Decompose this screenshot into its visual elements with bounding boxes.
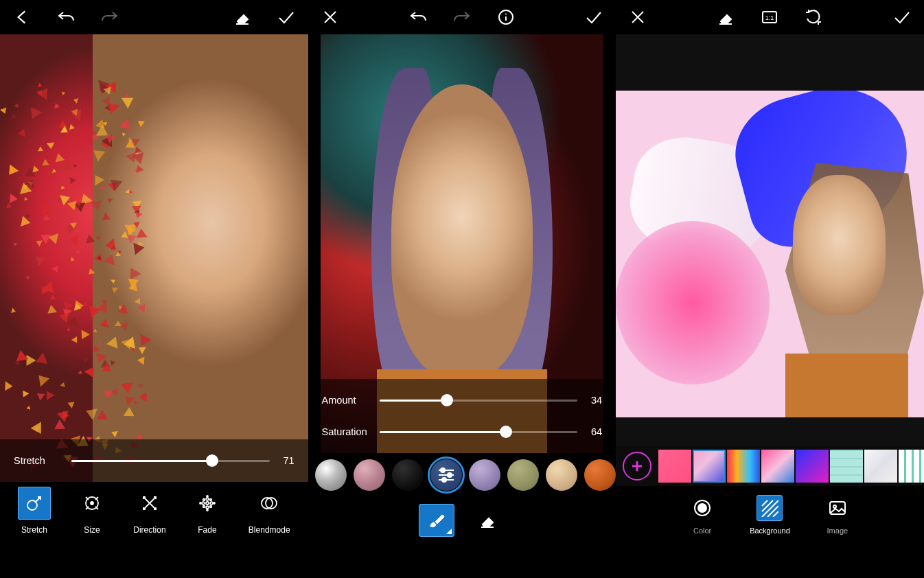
slider-value: 71 bbox=[279, 455, 294, 466]
slider-label: Amount bbox=[322, 395, 370, 406]
canvas[interactable] bbox=[616, 34, 924, 446]
eraser-icon[interactable] bbox=[233, 8, 252, 27]
undo-icon[interactable] bbox=[56, 8, 76, 27]
color-icon bbox=[689, 495, 715, 521]
swatch-copper[interactable] bbox=[584, 459, 616, 491]
tool-fade[interactable]: Fade bbox=[188, 484, 227, 537]
svg-point-4 bbox=[202, 502, 205, 505]
back-icon[interactable] bbox=[12, 8, 32, 27]
bg-thumb-mint-stripes[interactable] bbox=[899, 450, 924, 483]
screen-dispersion: Stretch 71 Stretch Size bbox=[0, 0, 308, 578]
svg-point-7 bbox=[206, 506, 209, 509]
tool-size[interactable]: Size bbox=[73, 484, 111, 537]
svg-point-26 bbox=[697, 503, 707, 513]
bg-thumb-pink-blue-paint[interactable] bbox=[761, 450, 794, 483]
svg-point-21 bbox=[448, 473, 452, 477]
slider-label: Stretch bbox=[14, 455, 62, 466]
tool-stretch[interactable]: Stretch bbox=[15, 484, 54, 537]
eraser-icon[interactable] bbox=[716, 8, 735, 27]
option-color[interactable]: Color bbox=[689, 495, 715, 535]
stretch-icon bbox=[18, 487, 51, 520]
slider-value: 64 bbox=[587, 426, 602, 437]
svg-point-8 bbox=[203, 499, 205, 501]
apply-icon[interactable] bbox=[584, 8, 603, 27]
svg-point-20 bbox=[441, 468, 445, 472]
swatch-olive[interactable] bbox=[507, 459, 539, 491]
svg-point-19 bbox=[505, 14, 507, 15]
svg-point-12 bbox=[200, 502, 201, 504]
svg-point-3 bbox=[206, 502, 209, 505]
fade-icon bbox=[191, 487, 224, 520]
bg-thumb-white-marble[interactable] bbox=[864, 450, 897, 483]
swatch-blonde[interactable] bbox=[546, 459, 577, 491]
background-option-row: Color Background Image bbox=[616, 486, 924, 544]
option-image[interactable]: Image bbox=[824, 495, 851, 535]
topbar bbox=[308, 0, 616, 34]
brush-erase-row bbox=[308, 497, 616, 544]
blendmode-icon bbox=[253, 487, 286, 520]
saturation-slider[interactable]: Saturation 64 bbox=[322, 420, 603, 443]
screen-hair-color: Amount 34 Saturation 64 bbox=[308, 0, 616, 578]
info-icon[interactable] bbox=[496, 8, 516, 27]
swatch-lilac[interactable] bbox=[469, 459, 500, 491]
stretch-slider-panel: Stretch 71 bbox=[0, 439, 308, 482]
slider-value: 34 bbox=[587, 395, 602, 406]
tool-direction[interactable]: Direction bbox=[130, 484, 169, 537]
close-icon[interactable] bbox=[628, 8, 647, 27]
svg-point-11 bbox=[210, 506, 212, 508]
reset-icon[interactable] bbox=[804, 8, 823, 27]
bg-thumb-blue-magenta[interactable] bbox=[796, 450, 829, 483]
topbar bbox=[0, 0, 308, 34]
bg-thumb-rainbow-splash[interactable] bbox=[727, 450, 760, 483]
option-label: Image bbox=[827, 527, 848, 535]
aspect-ratio-icon[interactable]: 1:1 bbox=[760, 8, 779, 27]
canvas[interactable]: Stretch 71 bbox=[0, 34, 308, 482]
svg-point-2 bbox=[91, 502, 93, 505]
background-icon bbox=[756, 495, 783, 521]
tool-label: Direction bbox=[133, 525, 165, 535]
svg-point-15 bbox=[207, 509, 208, 511]
bg-thumb-pink-banana[interactable] bbox=[658, 450, 691, 483]
topbar: 1:1 bbox=[616, 0, 924, 34]
tool-label: Size bbox=[84, 525, 100, 535]
undo-icon[interactable] bbox=[408, 8, 428, 27]
brush-button[interactable] bbox=[419, 504, 454, 537]
bg-thumb-mint-watermelon[interactable] bbox=[830, 450, 863, 483]
redo-icon[interactable] bbox=[100, 8, 119, 27]
tool-label: Blendmode bbox=[249, 525, 290, 535]
swatch-custom[interactable] bbox=[430, 459, 462, 491]
svg-point-9 bbox=[210, 499, 212, 501]
svg-text:1:1: 1:1 bbox=[765, 14, 774, 21]
option-background[interactable]: Background bbox=[750, 495, 790, 535]
swatch-silver[interactable] bbox=[315, 459, 347, 491]
swatch-black[interactable] bbox=[392, 459, 424, 491]
apply-icon[interactable] bbox=[277, 8, 296, 27]
option-label: Background bbox=[750, 527, 790, 535]
option-label: Color bbox=[693, 527, 711, 535]
image-icon bbox=[824, 495, 851, 521]
tool-blendmode[interactable]: Blendmode bbox=[246, 484, 293, 537]
bg-thumb-paint-brush-pink-blue[interactable] bbox=[693, 450, 726, 483]
effect-tool-row: Stretch Size Direction Fade bbox=[0, 482, 308, 544]
amount-slider[interactable]: Amount 34 bbox=[322, 389, 603, 412]
svg-point-6 bbox=[206, 498, 209, 500]
svg-point-22 bbox=[442, 478, 446, 482]
svg-point-28 bbox=[833, 505, 836, 508]
screen-background: 1:1 bbox=[616, 0, 924, 578]
apply-icon[interactable] bbox=[892, 8, 912, 27]
tool-label: Fade bbox=[198, 525, 216, 535]
erase-button[interactable] bbox=[470, 504, 505, 537]
redo-icon[interactable] bbox=[452, 8, 472, 27]
background-thumbnail-strip bbox=[616, 446, 924, 486]
close-icon[interactable] bbox=[321, 8, 340, 27]
tool-label: Stretch bbox=[21, 525, 47, 535]
svg-point-13 bbox=[213, 502, 215, 504]
stretch-slider[interactable]: Stretch 71 bbox=[14, 449, 294, 472]
svg-point-5 bbox=[210, 502, 213, 505]
svg-point-10 bbox=[203, 506, 205, 508]
color-swatch-row bbox=[308, 453, 616, 497]
canvas[interactable]: Amount 34 Saturation 64 bbox=[308, 34, 616, 453]
swatch-rose[interactable] bbox=[354, 459, 385, 491]
hair-slider-panel: Amount 34 Saturation 64 bbox=[308, 379, 616, 453]
add-background-button[interactable] bbox=[623, 452, 651, 481]
